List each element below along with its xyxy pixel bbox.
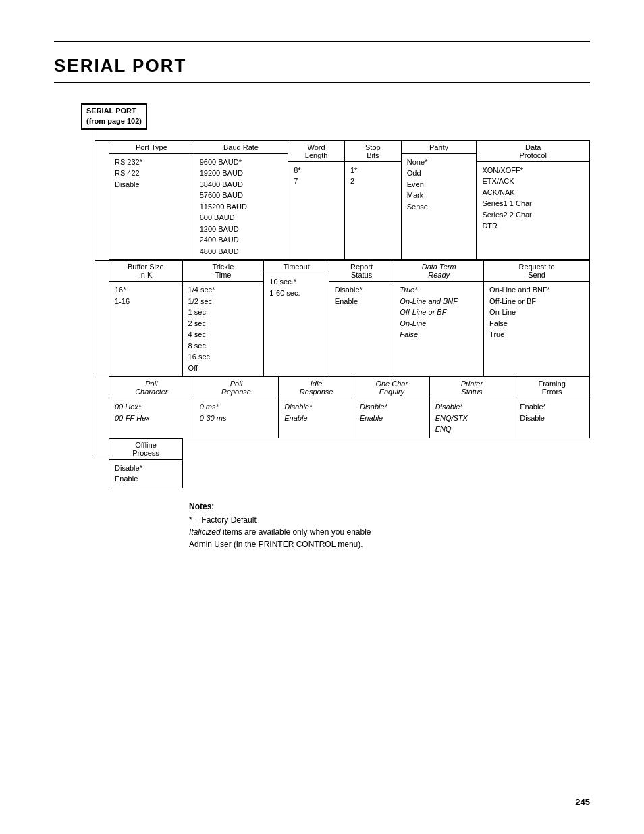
- data-term-ready-values: True*On-Line and BNFOff-Line or BFOn-Lin…: [394, 282, 483, 343]
- data-term-ready-header: Data TermReady: [394, 261, 483, 282]
- trickle-time-header: TrickleTime: [183, 261, 264, 282]
- one-char-enquiry-header: One CharEnquiry: [354, 377, 429, 398]
- col-request-to-send: Request toSend On-Line and BNF*Off-Line …: [484, 261, 590, 377]
- col-poll-response: PollReponse 0 ms*0-30 ms: [194, 377, 279, 438]
- italic-note: Italicized items are available only when…: [189, 526, 590, 550]
- col-report-status: ReportStatus Disable*Enable: [329, 261, 394, 377]
- left-bar-row4: [81, 438, 95, 488]
- top-rule: [54, 41, 590, 42]
- page-number: 245: [575, 797, 590, 807]
- row3-table: PollCharacter 00 Hex*00-FF Hex PollRepon…: [109, 377, 590, 438]
- word-length-values: 8*7: [288, 162, 344, 190]
- row4-table: OfflineProcess Disable*Enable: [109, 438, 183, 488]
- row1-headers: Port Type RS 232*RS 422Disable Baud Rate…: [109, 140, 590, 260]
- col-timeout: Timeout 10 sec.*1-60 sec.: [264, 261, 329, 377]
- request-to-send-values: On-Line and BNF*Off-Line or BFOn-LineFal…: [484, 282, 589, 343]
- data-protocol-values: XON/XOFF*ETX/ACKACK/NAKSeries1 1 CharSer…: [477, 162, 589, 234]
- col-baud-rate: Baud Rate 9600 BAUD*19200 BAUD38400 BAUD…: [194, 140, 288, 260]
- col-trickle-time: TrickleTime 1/4 sec*1/2 sec1 sec2 sec4 s…: [182, 261, 264, 377]
- data-protocol-header: DataProtocol: [477, 141, 589, 162]
- report-status-values: Disable*Enable: [329, 282, 394, 309]
- poll-character-header: PollCharacter: [109, 377, 194, 398]
- serial-port-entry-box: SERIAL PORT (from page 102): [81, 103, 147, 130]
- row4-row: OfflineProcess Disable*Enable: [109, 438, 183, 488]
- poll-response-header: PollReponse: [194, 377, 279, 398]
- framing-errors-values: Enable*Disable: [514, 398, 589, 426]
- word-length-header: WordLength: [288, 141, 344, 162]
- request-to-send-header: Request toSend: [484, 261, 589, 282]
- timeout-header: Timeout: [264, 261, 329, 273]
- col-poll-character: PollCharacter 00 Hex*00-FF Hex: [109, 377, 194, 438]
- poll-response-values: 0 ms*0-30 ms: [194, 398, 279, 426]
- printer-status-header: PrinterStatus: [430, 377, 514, 398]
- col-port-type: Port Type RS 232*RS 422Disable: [109, 140, 194, 260]
- framing-errors-header: FramingErrors: [514, 377, 589, 398]
- report-status-header: ReportStatus: [329, 261, 394, 282]
- left-bar-row3: [81, 377, 95, 438]
- diagram: SERIAL PORT (from page 102) Port Type RS…: [54, 103, 590, 488]
- notes-title: Notes:: [189, 502, 590, 511]
- left-vert-3: [95, 377, 95, 438]
- col-data-protocol: DataProtocol XON/XOFF*ETX/ACKACK/NAKSeri…: [477, 140, 590, 260]
- row2-wrapper: Buffer Sizein K 16*1-16 TrickleTime 1/4 …: [54, 260, 590, 377]
- buffer-size-header: Buffer Sizein K: [109, 261, 182, 282]
- left-bar-row1: [81, 140, 95, 261]
- printer-status-values: Disable*ENQ/STXENQ: [430, 398, 514, 438]
- row2-table: Buffer Sizein K 16*1-16 TrickleTime 1/4 …: [109, 260, 590, 377]
- offline-process-header: OfflineProcess: [109, 439, 182, 460]
- parity-values: None*OddEvenMarkSense: [402, 154, 477, 215]
- poll-character-values: 00 Hex*00-FF Hex: [109, 398, 194, 426]
- col-idle-response: IdleResponse Disable*Enable: [279, 377, 354, 438]
- col-one-char-enquiry: One CharEnquiry Disable*Enable: [354, 377, 429, 438]
- stop-bits-header: StopBits: [345, 141, 401, 162]
- col-framing-errors: FramingErrors Enable*Disable: [514, 377, 590, 438]
- page-title: SERIAL PORT: [54, 55, 590, 76]
- page: SERIAL PORT SERIAL PORT (from page 102): [0, 0, 644, 834]
- col-stop-bits: StopBits 1*2: [344, 140, 401, 260]
- left-vert-2: [95, 260, 95, 377]
- h-connector-3: [95, 377, 109, 377]
- row3-headers: PollCharacter 00 Hex*00-FF Hex PollRepon…: [109, 377, 590, 438]
- left-bar-row2: [81, 260, 95, 377]
- title-rule: [54, 82, 590, 83]
- vert-connector-top: [95, 130, 95, 140]
- row2-headers: Buffer Sizein K 16*1-16 TrickleTime 1/4 …: [109, 261, 590, 377]
- row4-wrapper: OfflineProcess Disable*Enable: [54, 438, 590, 488]
- col-offline-process: OfflineProcess Disable*Enable: [109, 438, 183, 488]
- col-data-term-ready: Data TermReady True*On-Line and BNFOff-L…: [394, 261, 484, 377]
- stop-bits-values: 1*2: [345, 162, 401, 190]
- col-buffer-size: Buffer Sizein K 16*1-16: [109, 261, 183, 377]
- left-vert-1: [95, 140, 95, 261]
- row1-table: Port Type RS 232*RS 422Disable Baud Rate…: [109, 140, 590, 261]
- offline-process-values: Disable*Enable: [109, 460, 182, 488]
- left-vert-4: [95, 438, 95, 459]
- h-connector-1: [95, 140, 109, 141]
- factory-default-note: * = Factory Default: [189, 514, 590, 526]
- entry-area: SERIAL PORT (from page 102): [81, 103, 590, 140]
- timeout-values: 10 sec.*1-60 sec.: [264, 273, 329, 301]
- idle-response-header: IdleResponse: [279, 377, 354, 398]
- row3-wrapper: PollCharacter 00 Hex*00-FF Hex PollRepon…: [54, 377, 590, 438]
- notes-section: Notes: * = Factory Default Italicized it…: [189, 502, 590, 550]
- idle-response-values: Disable*Enable: [279, 398, 354, 426]
- italic-note-prefix: Italicized: [189, 527, 221, 537]
- parity-header: Parity: [402, 141, 477, 154]
- col-word-length: WordLength 8*7: [288, 140, 345, 260]
- baud-rate-values: 9600 BAUD*19200 BAUD38400 BAUD57600 BAUD…: [194, 154, 288, 260]
- buffer-size-values: 16*1-16: [109, 282, 182, 309]
- col-printer-status: PrinterStatus Disable*ENQ/STXENQ: [429, 377, 514, 438]
- col-parity: Parity None*OddEvenMarkSense: [401, 140, 477, 260]
- port-type-values: RS 232*RS 422Disable: [109, 154, 194, 193]
- trickle-time-values: 1/4 sec*1/2 sec1 sec2 sec4 sec8 sec16 se…: [183, 282, 264, 376]
- port-type-header: Port Type: [109, 141, 194, 154]
- baud-rate-header: Baud Rate: [194, 141, 288, 154]
- h-connector-2: [95, 260, 109, 261]
- row1-wrapper: Port Type RS 232*RS 422Disable Baud Rate…: [54, 140, 590, 261]
- one-char-enquiry-values: Disable*Enable: [354, 398, 429, 426]
- h-connector-4: [95, 459, 109, 459]
